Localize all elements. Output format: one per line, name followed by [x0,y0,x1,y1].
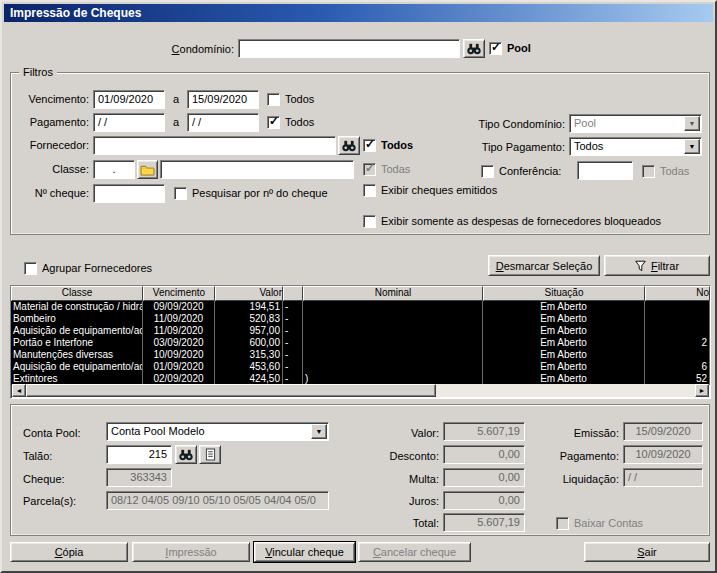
column-header[interactable]: Situação [483,286,645,301]
table-cell [303,301,483,313]
table-cell [645,349,710,361]
scroll-right-button[interactable]: ► [695,384,709,397]
scrollbar-track[interactable] [436,384,695,397]
filtros-groupbox: Filtros Vencimento: 01/09/2020 a 15/09/2… [10,72,710,235]
results-table-body: Material de construção / hidrá09/09/2020… [11,301,710,385]
table-cell: Em Aberto [483,301,645,313]
vincular-cheque-button[interactable]: Vincular cheque [254,542,355,562]
filtrar-button[interactable]: Filtrar [604,255,710,276]
table-cell [303,349,483,361]
table-row[interactable]: Bombeiro11/09/2020520,83-Em Aberto [11,313,710,325]
desconto-label: Desconto: [355,449,439,463]
condominio-label: Condomínio: [152,42,234,56]
vencimento-de-input[interactable]: 01/09/2020 [93,90,165,109]
conferencia-input[interactable] [577,161,633,180]
checkbox-box [642,165,655,178]
impressao-button: Impressão [132,542,250,562]
fornecedor-input[interactable] [93,136,336,155]
conta-pool-label: Conta Pool: [23,426,80,440]
juros-label: Juros: [355,494,439,508]
fornecedor-todos-checkbox[interactable]: Todos [363,138,413,152]
column-header[interactable]: Classe [11,286,143,301]
table-cell: 6 [645,361,710,373]
table-row[interactable]: Material de construção / hidrá09/09/2020… [11,301,710,313]
agrupar-fornecedores-checkbox[interactable]: Agrupar Fornecedores [24,261,152,275]
sair-button[interactable]: Sair [584,542,710,562]
scroll-left-button[interactable]: ◄ [12,384,26,397]
table-cell: Em Aberto [483,361,645,373]
filtros-groupbox-title: Filtros [19,66,57,79]
vencimento-todos-checkbox[interactable]: Todos [267,92,314,106]
liquidacao-label: Liquidação: [535,472,619,486]
table-cell: 315,30 [215,349,283,361]
conta-pool-select[interactable]: Conta Pool Modelo ▼ [106,422,329,441]
exibir-cheques-emitidos-label: Exibir cheques emitidos [381,184,497,196]
cancelar-cheque-button: Cancelar cheque [358,542,471,562]
cheque-field: 363343 [106,468,172,487]
agrupar-fornecedores-label: Agrupar Fornecedores [42,262,152,274]
vencimento-a-label: a [173,92,179,106]
table-cell: Em Aberto [483,325,645,337]
results-grid: ClasseVencimentoValorNominalSituaçãoNo M… [10,285,711,399]
table-cell: - [283,337,303,349]
conferencia-checkbox[interactable]: Conferência: [481,164,561,178]
classe-folder-button[interactable] [137,160,158,179]
valor-label: Valor: [355,426,439,440]
copia-button[interactable]: Cópia [10,542,128,562]
vencimento-ate-input[interactable]: 15/09/2020 [187,90,259,109]
pesquisar-numero-cheque-checkbox[interactable]: Pesquisar por nº do cheque [174,186,328,200]
cheque-label: Cheque: [23,472,65,486]
table-cell: 2 [645,337,710,349]
valor-field: 5.607,19 [443,422,525,441]
pool-checkbox[interactable]: Pool [489,41,531,55]
exibir-cheques-emitidos-checkbox[interactable]: Exibir cheques emitidos [363,183,497,197]
table-cell: - [283,313,303,325]
checkbox-box [481,165,494,178]
classe-nome-input[interactable] [160,160,354,179]
table-cell: Material de construção / hidrá [11,301,143,313]
condominio-input[interactable] [238,39,460,58]
document-icon [205,448,216,461]
horizontal-scrollbar[interactable]: ◄ ► [12,384,709,397]
parcelas-label: Parcela(s): [23,494,76,508]
pagamento-de-input[interactable]: / / [93,113,165,132]
pagamento-label: Pagamento: [15,115,89,129]
exibir-fornecedores-bloqueados-checkbox[interactable]: Exibir somente as despesas de fornecedor… [363,214,661,228]
fornecedor-search-button[interactable] [338,136,360,155]
column-header[interactable]: Nominal [303,286,483,301]
table-row[interactable]: Manutenções diversas10/09/2020315,30-Em … [11,349,710,361]
desconto-field: 0,00 [443,445,525,464]
table-row[interactable]: Aquisição de equipamento/ace01/09/202045… [11,361,710,373]
table-row[interactable]: Aquisição de equipamento/ace11/09/202095… [11,325,710,337]
table-row[interactable]: Portão e Interfone03/09/2020600,00-Em Ab… [11,337,710,349]
table-cell: 600,00 [215,337,283,349]
pagamento-ate-input[interactable]: / / [187,113,259,132]
chevron-down-icon: ▼ [684,116,700,131]
column-header[interactable]: Valor [215,286,283,301]
multa-field: 0,00 [443,468,525,487]
pagamento-a-label: a [173,115,179,129]
column-header[interactable]: No [645,286,710,301]
tipo-pagamento-select[interactable]: Todos ▼ [569,137,702,156]
column-header[interactable] [283,286,303,301]
pagamento-todos-checkbox[interactable]: Todos [267,115,314,129]
talao-search-button[interactable] [175,445,197,464]
chevron-down-icon[interactable]: ▼ [684,139,700,154]
binoculars-icon [178,448,194,461]
juros-field: 0,00 [443,491,525,510]
chevron-down-icon[interactable]: ▼ [311,424,327,439]
table-cell [645,313,710,325]
scrollbar-thumb[interactable] [26,384,436,397]
table-cell: Em Aberto [483,313,645,325]
table-cell [303,361,483,373]
checkbox-box [363,184,376,197]
condominio-search-button[interactable] [463,39,485,58]
talao-document-button[interactable] [199,445,221,464]
talao-input[interactable]: 215 [106,445,172,464]
desmarcar-selecao-button[interactable]: Desmarcar Seleção [488,255,600,276]
tipo-condominio-value: Pool [574,117,596,129]
ncheque-input[interactable] [93,184,165,203]
title-bar[interactable]: Impressão de Cheques [4,4,713,22]
column-header[interactable]: Vencimento [143,286,215,301]
classe-codigo-input[interactable]: . [93,160,135,179]
